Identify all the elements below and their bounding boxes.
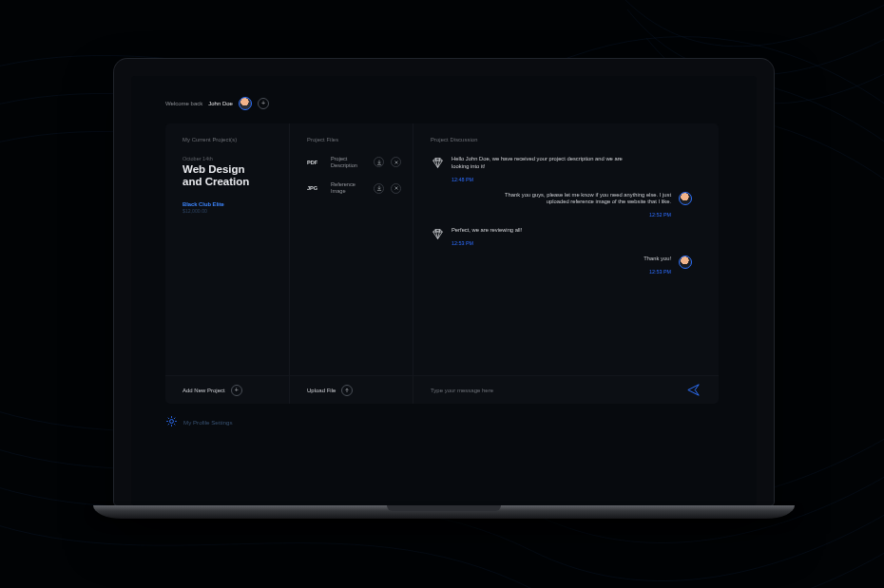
file-row: PDF Project Description <box>307 156 401 168</box>
message-time: 12:53 PM <box>644 269 671 275</box>
chat-thread: Hello John Doe, we have received your pr… <box>431 156 707 275</box>
add-project-label: Add New Project <box>183 388 225 393</box>
file-name: Reference Image <box>331 181 367 194</box>
upload-icon <box>341 385 353 396</box>
svg-point-0 <box>170 420 174 424</box>
chat-message: Perfect, we are reviewing all! 12:53 PM <box>431 227 640 246</box>
message-text: Thank you guys, please let me know if yo… <box>483 192 671 207</box>
add-icon[interactable]: + <box>258 98 269 109</box>
chat-column: Project Discussion Hello John Doe, we ha… <box>413 123 719 404</box>
project-title: Web Design and Creation <box>183 163 278 188</box>
avatar[interactable] <box>239 97 252 110</box>
projects-heading: My Current Project(s) <box>183 137 278 142</box>
laptop-notch <box>387 505 501 511</box>
main-panel: My Current Project(s) October 14th Web D… <box>165 123 719 404</box>
files-column: Project Files PDF Project Description JP… <box>289 123 413 404</box>
file-type-badge: JPG <box>307 185 324 191</box>
client-name[interactable]: Black Club Elite <box>183 201 278 207</box>
message-time: 12:52 PM <box>483 212 671 218</box>
panel-footer: Add New Project + Upload File Type your … <box>165 375 719 404</box>
avatar <box>679 256 692 269</box>
message-input[interactable]: Type your message here <box>431 388 493 393</box>
gear-icon <box>165 415 178 428</box>
laptop-base <box>93 505 795 519</box>
project-date: October 14th <box>183 156 278 161</box>
app-screen: Welcome back John Doe + My Current Proje… <box>131 76 757 505</box>
delete-icon[interactable] <box>391 183 401 194</box>
add-project-button[interactable]: Add New Project + <box>165 376 289 404</box>
welcome-text: Welcome back <box>165 101 202 106</box>
profile-settings-link[interactable]: My Profile Settings <box>165 415 755 428</box>
file-row: JPG Reference Image <box>307 181 401 194</box>
download-icon[interactable] <box>374 183 384 194</box>
message-input-row: Type your message here <box>413 376 719 404</box>
message-text: Perfect, we are reviewing all! <box>452 227 522 235</box>
file-type-badge: PDF <box>307 160 324 165</box>
chat-message: Thank you guys, please let me know if yo… <box>483 192 692 218</box>
message-time: 12:48 PM <box>452 177 640 182</box>
upload-file-button[interactable]: Upload File <box>289 376 413 404</box>
client-budget: $12,000.00 <box>183 208 278 214</box>
profile-settings-label: My Profile Settings <box>183 419 233 426</box>
project-title-line1: Web Design <box>183 163 278 176</box>
laptop-frame: Welcome back John Doe + My Current Proje… <box>114 59 774 505</box>
projects-column: My Current Project(s) October 14th Web D… <box>165 123 289 404</box>
upload-file-label: Upload File <box>307 388 336 393</box>
header: Welcome back John Doe + <box>165 97 755 110</box>
project-title-line2: and Creation <box>183 176 278 188</box>
message-text: Hello John Doe, we have received your pr… <box>452 156 640 171</box>
diamond-icon <box>431 227 444 240</box>
message-time: 12:53 PM <box>452 240 522 246</box>
send-icon[interactable] <box>687 384 700 397</box>
file-name: Project Description <box>331 156 367 168</box>
files-heading: Project Files <box>307 137 401 142</box>
user-name: John Doe <box>208 101 233 106</box>
message-text: Thank you! <box>644 256 671 263</box>
download-icon[interactable] <box>374 157 384 167</box>
diamond-icon <box>431 156 444 169</box>
chat-message: Hello John Doe, we have received your pr… <box>431 156 640 182</box>
chat-message: Thank you! 12:53 PM <box>644 256 692 275</box>
chat-heading: Project Discussion <box>431 137 707 142</box>
avatar <box>679 192 692 205</box>
plus-icon: + <box>231 385 242 396</box>
delete-icon[interactable] <box>391 157 401 167</box>
